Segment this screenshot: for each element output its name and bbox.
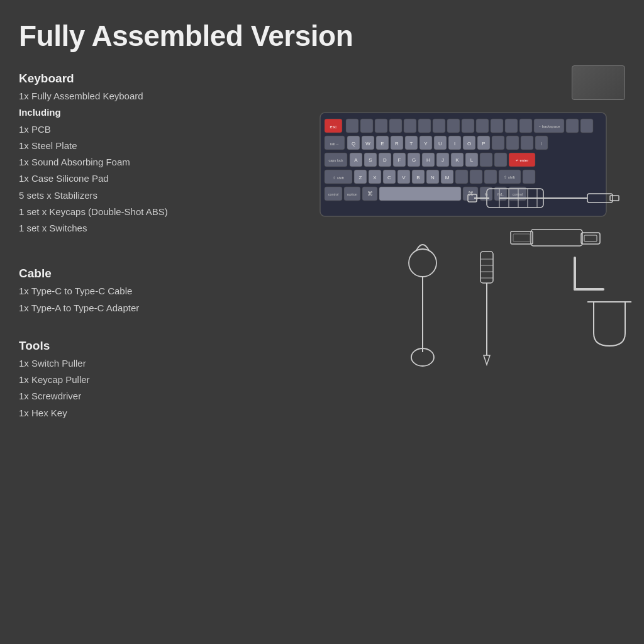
svg-rect-15 [519, 119, 532, 133]
svg-rect-11 [462, 119, 474, 133]
keyboard-item-7: 1 set x Keycaps (Double-Shot ABS) [19, 204, 321, 220]
svg-text:tab→: tab→ [330, 142, 339, 146]
svg-rect-42 [492, 136, 504, 150]
svg-text:U: U [438, 141, 442, 147]
tools-section: Tools 1x Switch Puller 1x Keycap Puller … [19, 339, 321, 421]
svg-text:Y: Y [424, 141, 428, 147]
svg-text:J: J [441, 157, 444, 163]
cable-item-0: 1x Type-C to Type-C Cable [19, 283, 321, 299]
keyboard-item-5: 1x Case Silicone Pad [19, 170, 321, 187]
svg-text:K: K [455, 157, 459, 163]
page-title: Fully Assembled Version [19, 19, 625, 53]
keyboard-item-3: 1x Steel Plate [19, 138, 321, 154]
keyboard-item-4: 1x Sound Absorbing Foam [19, 154, 321, 170]
svg-rect-121 [531, 230, 582, 246]
svg-rect-109 [610, 196, 619, 201]
svg-rect-7 [404, 119, 416, 133]
cable-item-1: 1x Type-A to Type-C Adapter [19, 300, 321, 316]
tools-item-2: 1x Screwdriver [19, 388, 321, 404]
svg-rect-4 [360, 119, 373, 133]
svg-rect-123 [513, 234, 530, 242]
svg-marker-133 [484, 355, 490, 365]
svg-text:esc: esc [330, 125, 337, 129]
svg-rect-8 [418, 119, 431, 133]
svg-rect-122 [511, 231, 533, 244]
svg-rect-68 [494, 153, 507, 167]
svg-point-124 [409, 249, 436, 277]
keyboard-item-2: 1x PCB [19, 121, 321, 138]
keyboard-item-1: Including [19, 104, 321, 121]
keyboard-section: Keyboard 1x Fully Assembled Keyboard Inc… [19, 72, 321, 236]
svg-text:A: A [354, 157, 358, 163]
svg-rect-18 [566, 119, 579, 133]
tools-item-3: 1x Hex Key [19, 405, 321, 421]
svg-text:P: P [482, 141, 485, 147]
keyboard-item-0: 1x Fully Assembled Keyboard [19, 88, 321, 104]
svg-rect-6 [389, 119, 402, 133]
svg-text:I: I [454, 141, 455, 147]
svg-text:←backspace: ←backspace [538, 125, 560, 128]
svg-text:W: W [365, 141, 370, 147]
svg-rect-120 [584, 235, 597, 242]
tools-section-title: Tools [19, 339, 321, 353]
svg-text:T: T [410, 141, 413, 147]
svg-rect-127 [480, 252, 493, 283]
svg-rect-14 [505, 119, 518, 133]
svg-text:H: H [426, 157, 430, 163]
tools-item-1: 1x Keycap Puller [19, 372, 321, 388]
right-column: esc ←backspace [321, 72, 625, 421]
svg-rect-12 [476, 119, 489, 133]
svg-rect-3 [346, 119, 358, 133]
svg-rect-108 [587, 194, 613, 203]
left-column: Keyboard 1x Fully Assembled Keyboard Inc… [19, 72, 321, 421]
svg-text:E: E [380, 141, 384, 147]
tools-item-0: 1x Switch Puller [19, 355, 321, 372]
keyboard-item-6: 5 sets x Stabilizers [19, 187, 321, 204]
svg-rect-5 [375, 119, 387, 133]
svg-text:\: \ [541, 142, 542, 146]
svg-text:L: L [470, 157, 474, 163]
svg-text:G: G [412, 157, 416, 163]
svg-text:D: D [383, 157, 387, 163]
keyboard-section-title: Keyboard [19, 72, 321, 86]
svg-text:Q: Q [352, 141, 355, 147]
svg-text:↵ enter: ↵ enter [516, 158, 528, 162]
svg-rect-19 [580, 119, 593, 133]
svg-text:caps lock: caps lock [329, 158, 343, 162]
svg-rect-43 [506, 136, 519, 150]
svg-text:F: F [398, 157, 401, 163]
svg-text:S: S [369, 157, 372, 163]
svg-rect-44 [521, 136, 533, 150]
keyboard-item-8: 1 set x Switches [19, 220, 321, 236]
cable-section: Cable 1x Type-C to Type-C Cable 1x Type-… [19, 267, 321, 316]
main-container: Fully Assembled Version Keyboard 1x Full… [0, 0, 644, 644]
keycap-swatch [572, 65, 625, 100]
accessories-illustration [317, 170, 631, 384]
content-area: Keyboard 1x Fully Assembled Keyboard Inc… [19, 72, 625, 421]
svg-rect-10 [447, 119, 460, 133]
svg-rect-67 [480, 153, 492, 167]
cable-section-title: Cable [19, 267, 321, 280]
svg-rect-13 [491, 119, 503, 133]
accessories-svg [317, 170, 631, 384]
svg-text:O: O [467, 141, 471, 147]
svg-rect-9 [433, 119, 445, 133]
svg-text:R: R [395, 141, 399, 147]
